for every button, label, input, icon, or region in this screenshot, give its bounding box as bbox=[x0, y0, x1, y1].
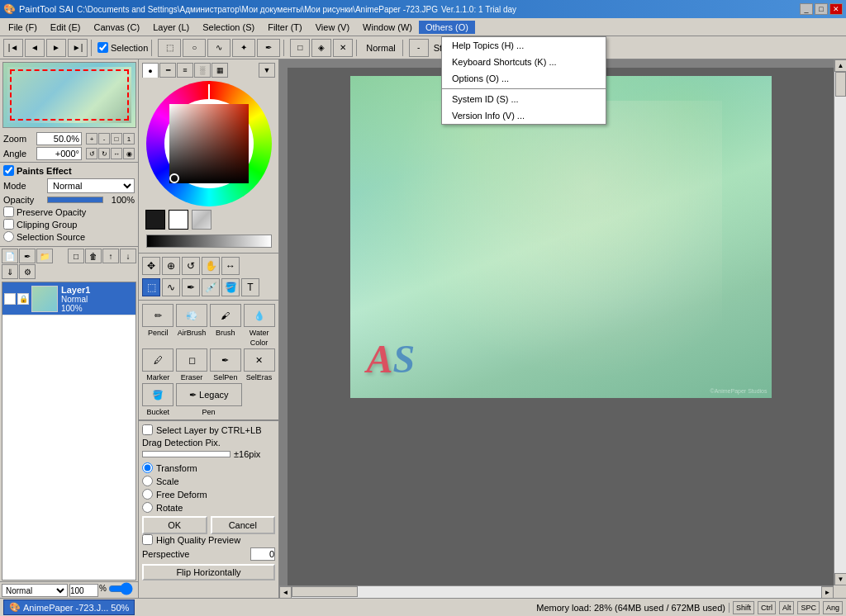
bucket-tool[interactable]: 🪣 Bucket bbox=[142, 383, 174, 416]
select-all-button[interactable]: □ bbox=[290, 39, 310, 57]
angle-flip-button[interactable]: ↔ bbox=[111, 148, 122, 159]
seleras-tool[interactable]: ✕ SelEras bbox=[243, 348, 275, 381]
pencil-tool[interactable]: ✏ Pencil bbox=[142, 304, 174, 347]
color-tab-v[interactable]: ≡ bbox=[177, 63, 193, 78]
select-layer-checkbox[interactable] bbox=[142, 424, 153, 435]
shape-pen-button[interactable]: ✒ bbox=[257, 39, 280, 57]
layer-settings-button[interactable]: ⚙ bbox=[19, 264, 36, 279]
stabilizer-minus-button[interactable]: - bbox=[409, 39, 429, 57]
zoom-input[interactable] bbox=[36, 132, 82, 145]
spc-button[interactable]: SPC bbox=[797, 601, 820, 614]
opacity-slider[interactable] bbox=[47, 197, 103, 203]
version-info-item[interactable]: Version Info (V) ... bbox=[442, 107, 606, 124]
layer-mask-button[interactable]: □ bbox=[68, 249, 84, 263]
zoom-fit-button[interactable]: □ bbox=[111, 133, 122, 145]
angle-reset-button[interactable]: ◉ bbox=[123, 148, 135, 159]
options-item[interactable]: Options (O) ... bbox=[442, 70, 606, 87]
transform-radio[interactable] bbox=[142, 462, 153, 473]
layer-item[interactable]: 👁 🔒 Layer1 Normal 100% bbox=[2, 282, 135, 315]
menu-edit[interactable]: Edit (E) bbox=[44, 21, 88, 34]
new-layer-button[interactable]: 📄 bbox=[2, 249, 18, 263]
close-button[interactable]: ✕ bbox=[829, 3, 843, 15]
menu-filter[interactable]: Filter (T) bbox=[261, 21, 309, 34]
shift-button[interactable]: Shift bbox=[733, 601, 754, 614]
shape-lasso-button[interactable]: ∿ bbox=[207, 39, 231, 57]
airbrush-tool[interactable]: 💨 AirBrush bbox=[176, 304, 208, 347]
fill-tool-button[interactable]: 🪣 bbox=[221, 278, 240, 296]
system-id-item[interactable]: System ID (S) ... bbox=[442, 91, 606, 107]
menu-canvas[interactable]: Canvas (C) bbox=[88, 21, 147, 34]
zoom-100-button[interactable]: 1 bbox=[123, 133, 135, 145]
scroll-right-button[interactable]: ► bbox=[821, 586, 834, 598]
select-none-button[interactable]: ✕ bbox=[333, 39, 353, 57]
selpen-tool[interactable]: ✒ SelPen bbox=[210, 348, 242, 381]
new-linework-button[interactable]: ✒ bbox=[19, 249, 36, 263]
rotate-tool-button[interactable]: ↺ bbox=[182, 257, 200, 275]
menu-others[interactable]: Others (O) bbox=[419, 21, 475, 34]
scroll-vthumb[interactable] bbox=[835, 72, 846, 97]
free-deform-radio[interactable] bbox=[142, 489, 153, 500]
background-color[interactable] bbox=[169, 210, 188, 230]
select-invert-button[interactable]: ◈ bbox=[311, 39, 331, 57]
color-tab-extra[interactable]: ▼ bbox=[259, 63, 275, 78]
keyboard-shortcuts-item[interactable]: Keyboard Shortcuts (K) ... bbox=[442, 54, 606, 70]
scroll-hthumb[interactable] bbox=[292, 586, 358, 597]
color-tab-s[interactable]: ░ bbox=[194, 63, 211, 78]
alt-button[interactable]: Alt bbox=[779, 601, 795, 614]
scroll-vtrack[interactable] bbox=[834, 72, 846, 573]
zoom-in-button[interactable]: + bbox=[86, 133, 97, 145]
angle-cw-button[interactable]: ↻ bbox=[98, 148, 110, 159]
layer-merge-button[interactable]: ⇓ bbox=[2, 264, 18, 279]
angle-ccw-button[interactable]: ↺ bbox=[86, 148, 97, 159]
menu-selection[interactable]: Selection (S) bbox=[196, 21, 261, 34]
ang-button[interactable]: Ang bbox=[823, 601, 843, 614]
scroll-htrack[interactable] bbox=[292, 586, 821, 598]
color-tab-p[interactable]: ▦ bbox=[212, 63, 228, 78]
angle-input[interactable] bbox=[36, 147, 82, 160]
zoom-tool-button[interactable]: ⊕ bbox=[162, 257, 180, 275]
menu-view[interactable]: View (V) bbox=[309, 21, 356, 34]
scroll-down-button[interactable]: ▼ bbox=[834, 573, 846, 585]
perspective-input[interactable] bbox=[250, 547, 275, 561]
layer-opacity-input[interactable] bbox=[69, 584, 98, 597]
layer-down-button[interactable]: ↓ bbox=[120, 249, 136, 263]
hand-tool-button[interactable]: ✋ bbox=[202, 257, 220, 275]
canvas-container[interactable]: AS ©AnimePaper Studios bbox=[288, 68, 834, 585]
shape-magic-button[interactable]: ✦ bbox=[232, 39, 255, 57]
ok-button[interactable]: OK bbox=[142, 516, 207, 534]
preserve-opacity-checkbox[interactable] bbox=[3, 206, 14, 217]
high-quality-checkbox[interactable] bbox=[142, 534, 153, 545]
nav-last-button[interactable]: ►| bbox=[68, 39, 88, 57]
nav-prev-button[interactable]: ◄ bbox=[25, 39, 45, 57]
menu-window[interactable]: Window (W) bbox=[356, 21, 419, 34]
layer-up-button[interactable]: ↑ bbox=[102, 249, 119, 263]
new-folder-button[interactable]: 📁 bbox=[36, 249, 53, 263]
selection-source-radio[interactable] bbox=[3, 231, 14, 242]
scroll-left-button[interactable]: ◄ bbox=[279, 586, 292, 598]
lasso-button[interactable]: ∿ bbox=[162, 278, 180, 296]
taskbar-item[interactable]: 🎨 AnimePaper -723.J... 50% bbox=[3, 599, 135, 615]
menu-layer[interactable]: Layer (L) bbox=[146, 21, 196, 34]
maximize-button[interactable]: □ bbox=[815, 3, 828, 15]
eraser-tool[interactable]: ◻ Eraser bbox=[176, 348, 208, 381]
text-tool-button[interactable]: T bbox=[241, 278, 259, 296]
scale-radio[interactable] bbox=[142, 476, 153, 486]
marker-tool[interactable]: 🖊 Marker bbox=[142, 348, 174, 381]
shape-ellipse-button[interactable]: ○ bbox=[183, 39, 206, 57]
selection-checkbox[interactable] bbox=[97, 42, 108, 53]
color-tab-wheel[interactable]: ● bbox=[142, 63, 159, 78]
move-tool-button[interactable]: ✥ bbox=[142, 257, 160, 275]
color-sample-button[interactable]: 💉 bbox=[202, 278, 220, 296]
nav-first-button[interactable]: |◄ bbox=[3, 39, 23, 57]
rotate-radio[interactable] bbox=[142, 502, 153, 513]
ctrl-button[interactable]: Ctrl bbox=[758, 601, 776, 614]
brush-tool[interactable]: 🖌 Brush bbox=[210, 304, 242, 347]
mode-select[interactable]: Normal bbox=[47, 178, 135, 193]
rect-select-button[interactable]: ⬚ bbox=[142, 278, 160, 296]
menu-file[interactable]: File (F) bbox=[2, 21, 44, 34]
scroll-up-button[interactable]: ▲ bbox=[834, 59, 846, 72]
minimize-button[interactable]: _ bbox=[800, 3, 813, 15]
help-topics-item[interactable]: Help Topics (H) ... bbox=[442, 37, 606, 54]
foreground-color[interactable] bbox=[145, 210, 165, 230]
zoom-out-button[interactable]: - bbox=[98, 133, 110, 145]
